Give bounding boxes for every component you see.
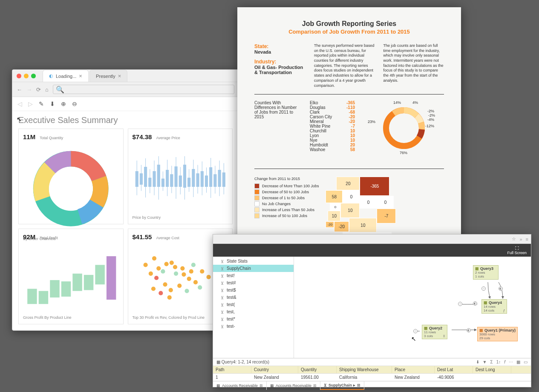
back-icon[interactable]: ← <box>17 86 22 93</box>
close-window-icon[interactable] <box>17 74 21 78</box>
svg-rect-18 <box>170 175 173 187</box>
maximize-window-icon[interactable] <box>31 74 36 78</box>
report-subtitle: Comparison of Job Growth From 2011 to 20… <box>254 29 444 35</box>
data-app-titlebar: ☆ » ≡ <box>213 235 531 244</box>
donut-label-76: 76% <box>400 151 407 155</box>
cell[interactable]: California <box>337 374 392 381</box>
node-query2[interactable]: ▦Query2 11 rows 3 colsΣ <box>422 325 447 339</box>
tree-item[interactable]: ⊻test- <box>213 323 294 330</box>
connector-icon[interactable]: ◐ <box>499 286 503 291</box>
edit-icon[interactable]: ✎ <box>39 100 44 107</box>
industry-label: Industry: <box>254 59 306 65</box>
address-bar[interactable]: 🔍 <box>53 85 234 94</box>
svg-rect-40 <box>218 170 221 187</box>
tree-item[interactable]: ⊻State Stats <box>213 258 294 265</box>
svg-rect-10 <box>153 172 155 187</box>
column-header[interactable]: Dest Lat <box>435 366 473 373</box>
cell[interactable]: -40.9006 <box>435 374 473 381</box>
svg-rect-50 <box>107 256 116 300</box>
worksheet-icon: ⊻ <box>221 259 225 263</box>
next-icon[interactable]: ▷ <box>28 100 33 107</box>
cursor-icon: ↖ <box>411 335 416 342</box>
svg-rect-30 <box>196 174 199 187</box>
star-icon[interactable]: ☆ <box>512 236 516 242</box>
grid-row[interactable]: 1New Zealand19561.00CaliforniaNew Zealan… <box>213 374 531 381</box>
connector-icon[interactable]: ○ <box>413 329 418 333</box>
zoom-in-icon[interactable]: ⊕ <box>61 100 66 107</box>
tree-item[interactable]: ⊻test( <box>213 301 294 308</box>
tree-label: State Stats <box>227 259 248 263</box>
column-header[interactable]: Shipping Warehouse <box>337 366 392 373</box>
tab-label: SupplyChain ▸ <box>329 383 355 387</box>
zoom-out-icon[interactable]: ⊖ <box>72 100 77 107</box>
worksheet-icon: ⊻ <box>221 310 225 314</box>
worksheet-tab[interactable]: ⊻SupplyChain ▸⊠ <box>320 381 364 390</box>
close-tab-icon[interactable]: ⊠ <box>259 383 263 388</box>
cell[interactable] <box>473 374 511 381</box>
column-header[interactable]: Path <box>213 366 251 373</box>
close-tab-icon[interactable]: ⊠ <box>313 383 317 388</box>
connector-icon[interactable]: ◐ <box>473 301 477 306</box>
app-toolbar: ◁ ▷ ✎ ⬇ ⊕ ⊖ <box>12 97 239 111</box>
connector-icon[interactable]: ○ <box>458 302 462 306</box>
ellipsis-icon[interactable]: ⋯ <box>509 360 513 364</box>
browser-tab-presently[interactable]: Presently × <box>89 70 127 82</box>
reload-icon[interactable]: ⟳ <box>36 86 41 93</box>
browser-tab-loading[interactable]: ◐ Loading... × <box>43 70 89 82</box>
download-icon[interactable]: ⬇ <box>50 100 55 107</box>
svg-point-63 <box>168 288 173 292</box>
cell[interactable]: 19561.00 <box>298 374 337 381</box>
download-icon[interactable]: ⬇ <box>476 360 479 364</box>
cell[interactable]: New Zealand <box>251 374 298 381</box>
county-value: -20 <box>343 119 355 124</box>
cell[interactable]: New Zealand <box>392 374 435 381</box>
close-tab-icon[interactable]: × <box>118 73 121 79</box>
chevron-right-icon[interactable]: » <box>519 237 522 242</box>
filter-icon[interactable]: ▼ <box>483 360 487 364</box>
collapse-icon[interactable]: ▭ <box>524 360 527 364</box>
prev-icon[interactable]: ◁ <box>17 100 22 107</box>
tree-item[interactable]: ⊻test$ <box>213 286 294 294</box>
home-icon[interactable]: ⌂ <box>45 86 49 93</box>
svg-rect-16 <box>166 170 168 187</box>
swatch-icon <box>254 213 259 218</box>
column-header[interactable]: Country <box>251 366 298 373</box>
worksheet-tab[interactable]: ▦Accounts Receivable⊠ <box>213 381 267 390</box>
column-header[interactable]: Place <box>392 366 435 373</box>
cell[interactable]: 1 <box>213 374 251 381</box>
legend-item: Decrease of 1 to 50 Jobs <box>254 195 319 200</box>
tree-item[interactable]: ⊻test, <box>213 308 294 315</box>
query-canvas[interactable]: ↖ ▦Query3 2 rows 1 cols ▦Query4 14 rows … <box>294 257 531 358</box>
map-cell: -20 <box>326 221 334 228</box>
tree-item[interactable]: ⊻test& <box>213 294 294 301</box>
minimize-window-icon[interactable] <box>24 74 29 78</box>
map-cell: 10 <box>349 218 377 233</box>
node-query3[interactable]: ▦Query3 2 rows 1 cols <box>473 265 499 280</box>
connector-icon[interactable]: ◐ <box>467 328 471 332</box>
fx-icon[interactable]: f <box>504 360 505 364</box>
column-header[interactable]: Dest Long <box>473 366 511 373</box>
worksheet-tab[interactable]: ▦Accounts Receivable⊠ <box>267 381 320 390</box>
tree-item[interactable]: ⊻test* <box>213 315 294 323</box>
connector-icon[interactable]: ○ <box>481 286 486 291</box>
fullscreen-button[interactable]: ⛶ Full Screen <box>507 246 527 255</box>
sigma-icon[interactable]: Σ <box>490 360 493 364</box>
county-value: -7 <box>343 124 355 129</box>
node-cols: 3 cols <box>424 334 433 338</box>
tree-item[interactable]: ⊻SupplyChain <box>213 265 294 272</box>
county-name: Mineral <box>310 119 340 124</box>
grid-icon[interactable]: ▦ <box>516 360 520 364</box>
data-app-body: ⊻State Stats⊻SupplyChain⊻test!⊻test#⊻tes… <box>213 257 531 358</box>
node-query1-primary[interactable]: ▦Query1 (Primary) 3000 rows 29 cols <box>477 327 518 341</box>
worksheet-icon: ⊻ <box>221 303 225 307</box>
county-name: Washoe <box>310 147 340 152</box>
column-header[interactable]: Quantity <box>298 366 337 373</box>
close-tab-icon[interactable]: ⊠ <box>357 383 360 387</box>
close-tab-icon[interactable]: × <box>79 73 82 79</box>
forward-icon[interactable]: → <box>26 86 32 93</box>
tree-item[interactable]: ⊻test! <box>213 272 294 279</box>
tree-item[interactable]: ⊻test# <box>213 279 294 286</box>
menu-icon[interactable]: ≡ <box>526 237 528 242</box>
node-query4[interactable]: ▦Query4 14 rows 14 cols ƒ <box>481 299 507 314</box>
sort-icon[interactable]: 1↕ <box>496 360 501 364</box>
